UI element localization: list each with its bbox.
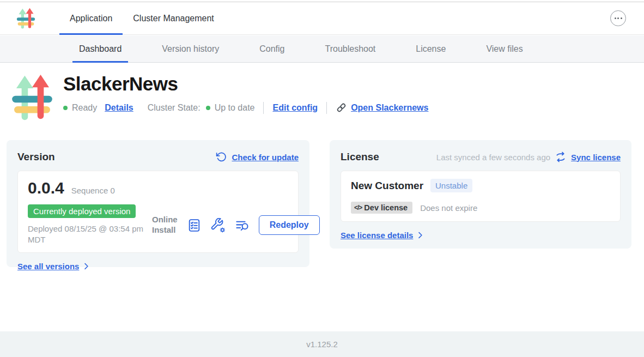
channel-badge: Unstable (430, 179, 472, 192)
deployed-timestamp: Deployed 08/15/25 @ 03:54 pm MDT (28, 223, 152, 245)
edit-config-link[interactable]: Edit config (272, 103, 318, 113)
sync-arrows-icon (555, 152, 566, 162)
last-synced-text: Last synced a few seconds ago (436, 153, 550, 162)
license-expiry-text: Does not expire (420, 203, 477, 213)
see-license-details-link[interactable]: See license details (341, 231, 413, 240)
deployed-status-badge: Currently deployed version (28, 204, 136, 218)
license-summary-panel: New Customer Unstable </> Dev license Do… (341, 171, 621, 222)
license-card-title: License (341, 151, 379, 163)
app-status-text: Ready (72, 103, 97, 113)
code-icon: </> (354, 204, 362, 211)
redeploy-button[interactable]: Redeploy (259, 215, 320, 235)
license-type-tag: </> Dev license (351, 202, 412, 214)
link-chain-icon (336, 102, 347, 113)
dashboard-sub-navigation: Dashboard Version history Config Trouble… (0, 35, 644, 63)
install-type-label: Online Install (152, 215, 178, 235)
open-app-link[interactable]: Open Slackernews (351, 103, 428, 113)
ellipsis-icon (621, 17, 622, 19)
see-all-versions-link[interactable]: See all versions (17, 262, 79, 271)
chevron-right-icon (417, 232, 424, 239)
version-card-title: Version (17, 151, 55, 163)
cluster-state-label: Cluster State: (148, 103, 201, 113)
current-version-panel: 0.0.4 Sequence 0 Currently deployed vers… (17, 171, 299, 253)
details-link[interactable]: Details (105, 103, 133, 113)
page-title: SlackerNews (63, 74, 428, 95)
app-logo-icon (11, 72, 53, 123)
ellipsis-icon (615, 17, 616, 19)
app-header: SlackerNews Ready Details Cluster State:… (11, 72, 428, 123)
license-type-text: Dev license (364, 203, 408, 212)
check-for-update-link[interactable]: Check for update (232, 153, 299, 162)
chevron-right-icon (83, 263, 90, 270)
refresh-icon (216, 152, 227, 162)
license-card: License Last synced a few seconds ago Sy… (330, 140, 631, 249)
cluster-state-text: Up to date (215, 103, 255, 113)
logs-search-icon[interactable] (235, 218, 250, 233)
sequence-label: Sequence 0 (71, 186, 115, 195)
subtab-version-history[interactable]: Version history (155, 35, 226, 62)
ellipsis-icon (617, 17, 619, 19)
tab-application[interactable]: Application (59, 2, 123, 34)
version-card: Version Check for update 0.0.4 Sequence … (7, 140, 309, 267)
slackernews-logo-icon (16, 7, 35, 30)
divider (263, 102, 264, 114)
preflight-checks-icon[interactable] (187, 218, 202, 233)
divider (326, 102, 327, 114)
subtab-dashboard[interactable]: Dashboard (72, 35, 128, 62)
top-navigation-bar: Application Cluster Management (0, 2, 644, 35)
subtab-config[interactable]: Config (253, 35, 291, 62)
subtab-view-files[interactable]: View files (479, 35, 529, 62)
app-status-row: Ready Details Cluster State: Up to date … (63, 102, 428, 114)
sync-license-link[interactable]: Sync license (571, 153, 621, 162)
overflow-menu-button[interactable] (610, 10, 626, 26)
tab-cluster-management[interactable]: Cluster Management (123, 2, 224, 34)
customer-name: New Customer (351, 180, 423, 192)
app-tabs: Application Cluster Management (59, 2, 224, 34)
config-wrench-icon[interactable] (211, 218, 226, 233)
subtab-license[interactable]: License (409, 35, 452, 62)
app-status-dot-icon (63, 106, 68, 110)
console-version-text: v1.125.2 (306, 340, 338, 349)
open-app-link-group[interactable]: Open Slackernews (336, 102, 428, 113)
cluster-status-dot-icon (206, 106, 210, 110)
page-footer: v1.125.2 (0, 331, 644, 357)
version-number: 0.0.4 (28, 179, 64, 197)
subtab-troubleshoot[interactable]: Troubleshoot (318, 35, 382, 62)
